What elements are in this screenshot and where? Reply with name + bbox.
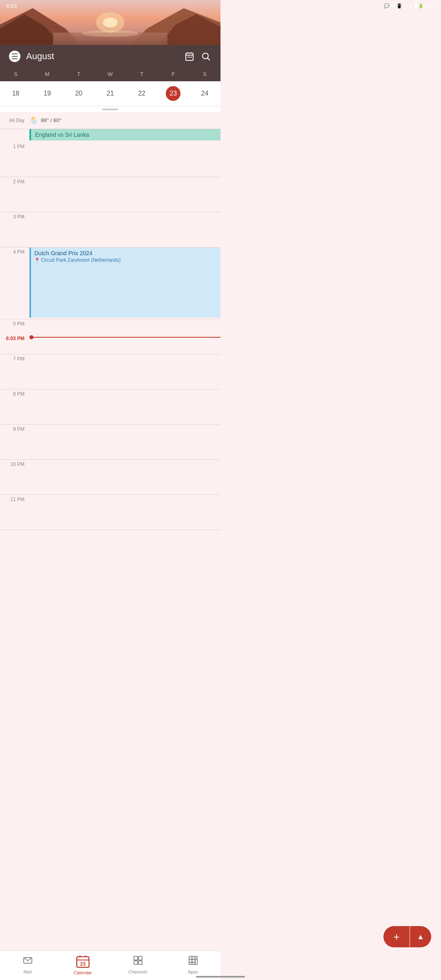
- day-fri: F: [158, 71, 189, 77]
- svg-rect-13: [187, 57, 189, 58]
- allday-row: All Day 🌦️ 88° / 80°: [0, 112, 220, 129]
- date-18[interactable]: 18: [0, 86, 31, 101]
- time-slot-11pm: 11 PM: [0, 495, 220, 530]
- date-22[interactable]: 22: [126, 86, 158, 101]
- time-label-4pm: 4 PM: [0, 247, 29, 255]
- dutch-gp-event[interactable]: Dutch Grand Prix 2024 📍 Circuit Park Zan…: [29, 247, 220, 318]
- time-slot-7pm: 7 PM: [0, 354, 220, 390]
- time-slot-6pm: 6:03 PM: [0, 319, 220, 354]
- date-23-today[interactable]: 23: [158, 86, 189, 101]
- weather-temp: 88° / 80°: [41, 117, 61, 123]
- day-mon: M: [31, 71, 63, 77]
- time-label-9pm: 9 PM: [0, 425, 29, 432]
- calendar-view-button[interactable]: [181, 48, 198, 65]
- status-bar: 6:03 💬 ✉ 📳 ⊘ ▾ ▐ 🔋 38%: [0, 0, 220, 11]
- england-sri-lanka-event[interactable]: England vs Sri Lanka: [29, 129, 220, 140]
- status-time: 6:03: [7, 3, 17, 9]
- time-slot-9pm: 9 PM: [0, 425, 220, 460]
- slot-11pm[interactable]: [29, 495, 220, 530]
- day-tue: T: [63, 71, 94, 77]
- slot-1pm[interactable]: [29, 142, 220, 177]
- weather-row: 🌦️ 88° / 80°: [29, 114, 220, 127]
- time-label-7pm: 7 PM: [0, 354, 29, 362]
- time-label-6pm: 6:03 PM: [0, 319, 29, 341]
- time-slot-8pm: 8 PM: [0, 390, 220, 425]
- app-header: August: [0, 45, 220, 68]
- date-19[interactable]: 19: [31, 86, 63, 101]
- time-label-10pm: 10 PM: [0, 460, 29, 467]
- slot-8pm[interactable]: [29, 390, 220, 424]
- slot-2pm[interactable]: [29, 177, 220, 212]
- svg-rect-14: [189, 57, 190, 58]
- slot-7pm[interactable]: [29, 354, 220, 389]
- weather-icon: 🌦️: [29, 116, 38, 125]
- svg-rect-15: [191, 57, 192, 58]
- time-slot-1pm: 1 PM: [0, 142, 220, 177]
- menu-button[interactable]: [7, 48, 23, 65]
- day-sun: S: [0, 71, 31, 77]
- current-time-line: [29, 337, 220, 338]
- day-wed: W: [94, 71, 126, 77]
- time-label-11pm: 11 PM: [0, 495, 29, 502]
- date-21[interactable]: 21: [94, 86, 126, 101]
- week-days-header: S M T W T F S: [0, 68, 220, 81]
- svg-line-17: [208, 58, 210, 60]
- time-slot-2pm: 2 PM: [0, 177, 220, 212]
- current-time-dot: [29, 335, 33, 339]
- dutch-gp-location-text: Circuit Park Zandvoort (Netherlands): [41, 257, 120, 263]
- slot-9pm[interactable]: [29, 425, 220, 459]
- slot-3pm[interactable]: [29, 212, 220, 247]
- date-24[interactable]: 24: [189, 86, 220, 101]
- header-month-title: August: [26, 51, 181, 62]
- slot-4pm[interactable]: Dutch Grand Prix 2024 📍 Circuit Park Zan…: [29, 247, 220, 319]
- svg-point-2: [103, 18, 118, 27]
- time-label-8pm: 8 PM: [0, 390, 29, 397]
- scroll-indicator: [102, 109, 118, 110]
- time-label-3pm: 3 PM: [0, 212, 29, 220]
- time-label-2pm: 2 PM: [0, 177, 29, 185]
- time-slot-4pm: 4 PM Dutch Grand Prix 2024 📍 Circuit Par…: [0, 247, 220, 319]
- day-thu: T: [126, 71, 158, 77]
- date-20[interactable]: 20: [63, 86, 94, 101]
- hamburger-icon: [9, 51, 20, 62]
- time-slot-10pm: 10 PM: [0, 460, 220, 495]
- time-slot-3pm: 3 PM: [0, 212, 220, 247]
- allday-event-title: England vs Sri Lanka: [35, 131, 89, 138]
- week-dates-row: 18 19 20 21 22 23 24: [0, 81, 220, 106]
- svg-point-8: [82, 30, 139, 37]
- slot-10pm[interactable]: [29, 460, 220, 494]
- allday-label: All Day: [0, 118, 29, 123]
- scroll-hint: [0, 106, 220, 112]
- dutch-gp-title: Dutch Grand Prix 2024: [34, 250, 217, 256]
- time-label-1pm: 1 PM: [0, 142, 29, 149]
- search-button[interactable]: [198, 48, 214, 65]
- calendar-body: All Day 🌦️ 88° / 80° England vs Sri Lank…: [0, 112, 220, 563]
- day-sat: S: [189, 71, 220, 77]
- slot-6pm[interactable]: [29, 319, 220, 354]
- dutch-gp-location: 📍 Circuit Park Zandvoort (Netherlands): [34, 257, 217, 263]
- location-pin-icon: 📍: [34, 258, 40, 263]
- allday-event-row[interactable]: England vs Sri Lanka: [29, 129, 220, 140]
